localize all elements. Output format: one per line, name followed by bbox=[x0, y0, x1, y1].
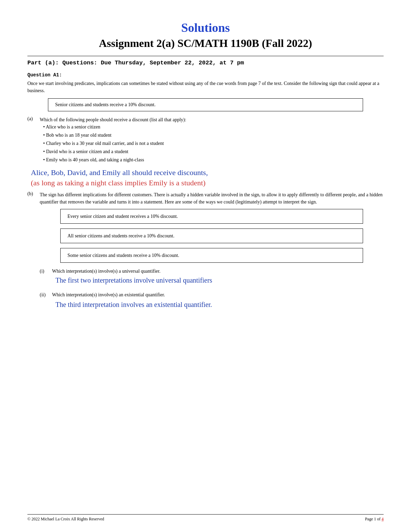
handwritten-answer-a: Alice, Bob, David, and Emily all should … bbox=[27, 168, 384, 188]
sub-content-b: The sign has different implications for … bbox=[40, 191, 384, 313]
list-item: Bob who is an 18 year old student bbox=[43, 132, 384, 139]
sign-every: Every senior citizen and student receive… bbox=[60, 209, 363, 224]
list-item: David who is a senior citizen and a stud… bbox=[43, 148, 384, 155]
sub-label-a: (a) bbox=[27, 116, 40, 165]
title-solutions: Solutions bbox=[27, 21, 384, 35]
sign-box-some: Some senior citizens and students receiv… bbox=[40, 248, 384, 263]
sub-question-a: (a) Which of the following people should… bbox=[27, 116, 384, 165]
sub-ii-block: (ii) Which interpretation(s) involve(s) … bbox=[40, 291, 384, 309]
title-assignment: Assignment 2(a) SC/MATH 1190B (Fall 2022… bbox=[27, 37, 384, 50]
sub-label-b: (b) bbox=[27, 191, 40, 313]
sub-i-row: (i) Which interpretation(s) involve(s) a… bbox=[40, 268, 384, 275]
list-item: Emily who is 40 years old, and taking a … bbox=[43, 156, 384, 163]
sign-box-all: All senior citizens and students receive… bbox=[40, 228, 384, 243]
sub-content-a: Which of the following people should rec… bbox=[40, 116, 384, 165]
footer-page: Page 1 of 4 bbox=[365, 517, 384, 522]
sign-box-every: Every senior citizen and student receive… bbox=[40, 209, 384, 224]
sub-ii-text: Which interpretation(s) involve(s) an ex… bbox=[52, 291, 165, 298]
sub-i-text: Which interpretation(s) involve(s) a uni… bbox=[52, 268, 160, 275]
page: Solutions Assignment 2(a) SC/MATH 1190B … bbox=[0, 0, 411, 532]
sign-box: Senior citizens and students receive a 1… bbox=[48, 98, 363, 111]
sign-all: All senior citizens and students receive… bbox=[60, 228, 363, 243]
page-total-link[interactable]: 4 bbox=[382, 517, 384, 521]
sub-b-text: The sign has different implications for … bbox=[40, 191, 384, 206]
question-intro: Once we start involving predicates, impl… bbox=[27, 80, 384, 94]
sub-i-block: (i) Which interpretation(s) involve(s) a… bbox=[40, 268, 384, 285]
sub-a-text: Which of the following people should rec… bbox=[40, 116, 384, 123]
sub-i-label: (i) bbox=[40, 268, 52, 275]
handwritten-answer-ii: The third interpretation involves an exi… bbox=[52, 300, 384, 309]
part-header: Part (a): Questions: Due Thursday, Septe… bbox=[27, 56, 384, 66]
sub-question-b: (b) The sign has different implications … bbox=[27, 191, 384, 313]
people-list: Alice who is a senior citizen Bob who is… bbox=[40, 123, 384, 163]
footer: © 2022 Michael La Croix All Rights Reser… bbox=[27, 514, 384, 522]
footer-copyright: © 2022 Michael La Croix All Rights Reser… bbox=[27, 517, 104, 522]
sub-ii-label: (ii) bbox=[40, 291, 52, 298]
list-item: Charley who is a 30 year old mail carrie… bbox=[43, 140, 384, 147]
list-item: Alice who is a senior citizen bbox=[43, 123, 384, 131]
question-a1-label: Question A1: bbox=[27, 72, 384, 78]
sub-ii-row: (ii) Which interpretation(s) involve(s) … bbox=[40, 291, 384, 298]
handwritten-answer-i: The first two interpretations involve un… bbox=[52, 275, 384, 285]
sign-some: Some senior citizens and students receiv… bbox=[60, 248, 363, 263]
